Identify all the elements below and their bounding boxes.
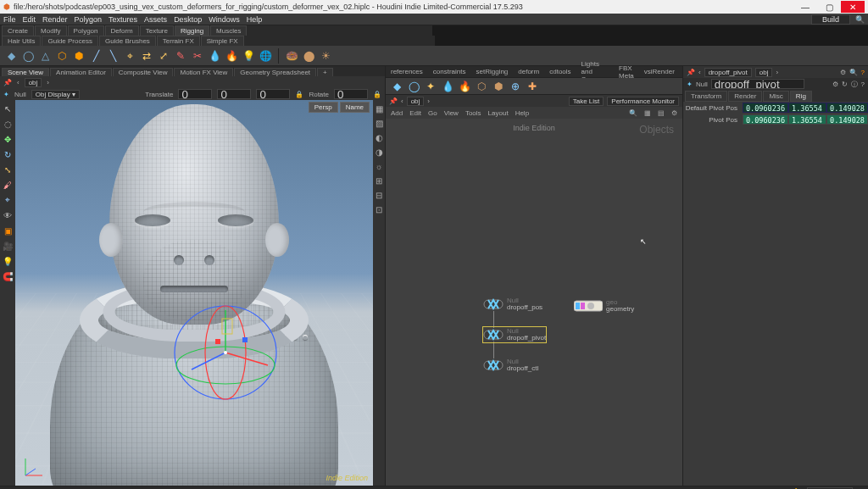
- shelf-tab[interactable]: Simple FX: [201, 36, 244, 46]
- display-mode-dropdown[interactable]: Obj Display ▾: [31, 90, 80, 99]
- display-option-icon[interactable]: ☼: [372, 159, 386, 173]
- shelf-tab[interactable]: Texture: [140, 25, 174, 36]
- shelf-tab[interactable]: Create: [2, 25, 34, 36]
- scale-tool-icon[interactable]: ⤡: [1, 163, 14, 176]
- pane-tab[interactable]: Motion FX View: [174, 68, 233, 76]
- shelf-tool-icon[interactable]: ⊕: [508, 79, 523, 94]
- rotate-x-input[interactable]: [334, 89, 368, 99]
- shelf-tab[interactable]: Guide Process: [42, 36, 97, 46]
- shelf-tool-icon[interactable]: ◯: [20, 48, 36, 64]
- parm-value-input[interactable]: 1.36554: [788, 114, 826, 125]
- search-icon[interactable]: 🔍: [849, 69, 858, 76]
- menu-file[interactable]: File: [3, 15, 16, 24]
- shelf-tab[interactable]: Guide Brushes: [99, 36, 156, 46]
- shelf-tool-icon[interactable]: ⇄: [139, 48, 154, 64]
- shelf-tool-icon[interactable]: ⌖: [122, 48, 137, 64]
- network-menu[interactable]: Layout: [488, 109, 509, 117]
- reload-icon[interactable]: ↻: [842, 81, 848, 88]
- network-menu[interactable]: Edit: [409, 109, 421, 117]
- shelf-tool-icon[interactable]: ✚: [525, 79, 540, 94]
- shelf-tab[interactable]: references: [386, 68, 428, 75]
- network-menu[interactable]: Tools: [465, 109, 481, 117]
- arrow-left-icon[interactable]: ‹: [401, 97, 403, 105]
- node-null[interactable]: Nulldropoff_pos: [483, 297, 542, 312]
- pane-tab[interactable]: Animation Editor: [50, 68, 112, 76]
- pin-icon[interactable]: 📌: [3, 79, 12, 86]
- shelf-tool-icon[interactable]: 💧: [440, 79, 455, 94]
- shelf-tool-icon[interactable]: ⬢: [71, 48, 86, 64]
- parm-tab-transform[interactable]: Transform: [685, 91, 727, 102]
- pane-tab[interactable]: Composite View: [113, 68, 174, 76]
- window-minimize-button[interactable]: —: [793, 1, 817, 13]
- shelf-tool-icon[interactable]: △: [37, 48, 53, 64]
- brush-tool-icon[interactable]: 🖌: [1, 178, 14, 192]
- network-menu[interactable]: Go: [428, 109, 437, 117]
- viewport-persp-button[interactable]: Persp: [309, 102, 338, 113]
- shelf-tab[interactable]: FBX Meta: [614, 64, 639, 80]
- shelf-tool-icon[interactable]: ⤢: [156, 48, 171, 64]
- menu-render[interactable]: Render: [42, 15, 68, 24]
- render-region-icon[interactable]: ▣: [1, 224, 14, 237]
- shelf-tab[interactable]: Hair Utils: [2, 36, 41, 46]
- network-canvas[interactable]: Indie Edition Objects ↖ Nulldropoff_pos …: [386, 119, 682, 486]
- menu-polygon[interactable]: Polygon: [75, 15, 103, 24]
- shelf-tool-icon[interactable]: ✎: [173, 48, 188, 64]
- shelf-tab[interactable]: Rigging: [175, 25, 209, 36]
- shelf-tool-icon[interactable]: 🌐: [258, 48, 273, 64]
- take-list-dropdown[interactable]: Take List: [569, 97, 604, 106]
- display-option-icon[interactable]: ◑: [372, 145, 386, 158]
- shelf-tab[interactable]: vsiRender: [639, 68, 680, 75]
- pin-icon[interactable]: 📌: [389, 97, 398, 105]
- node-null[interactable]: Nulldropoff_ctl: [483, 358, 538, 373]
- shelf-tool-icon[interactable]: ╱: [88, 48, 103, 64]
- parm-value-input[interactable]: 0.149028: [826, 114, 868, 125]
- arrow-left-icon[interactable]: ‹: [17, 79, 19, 86]
- shelf-tab[interactable]: deform: [513, 68, 544, 75]
- light-tool-icon[interactable]: 💡: [1, 254, 14, 268]
- node-geo[interactable]: geogeometry: [574, 298, 634, 314]
- translate-y-input[interactable]: [217, 89, 251, 99]
- shelf-tool-icon[interactable]: ╲: [105, 48, 120, 64]
- pane-tab[interactable]: Geometry Spreadsheet: [234, 68, 316, 76]
- parm-value-input[interactable]: 1.36554: [788, 103, 826, 113]
- parm-value-input[interactable]: 0.0960236: [743, 103, 788, 113]
- shelf-tool-icon[interactable]: ✂: [190, 48, 205, 64]
- translate-x-input[interactable]: [178, 89, 212, 99]
- snap-tool-icon[interactable]: ⌖: [1, 193, 14, 207]
- shelf-tab[interactable]: Muscles: [210, 25, 247, 36]
- shelf-tab[interactable]: Modify: [35, 25, 67, 36]
- lasso-tool-icon[interactable]: ◌: [1, 117, 14, 131]
- menu-windows[interactable]: Windows: [209, 15, 240, 24]
- op-name-input[interactable]: [711, 79, 804, 89]
- shelf-tool-icon[interactable]: 🍩: [284, 48, 299, 64]
- network-path-field[interactable]: obj: [407, 97, 425, 106]
- lock-icon[interactable]: 🔒: [373, 91, 381, 98]
- pin-icon[interactable]: 📌: [687, 69, 695, 76]
- shelf-tab[interactable]: Polygon: [68, 25, 104, 36]
- network-layout-icon[interactable]: ▤: [658, 109, 665, 117]
- arrow-right-icon[interactable]: ›: [776, 69, 778, 76]
- pane-tab-scene-view[interactable]: Scene View: [2, 68, 49, 76]
- parm-path-crumb[interactable]: dropoff_pivot: [704, 68, 752, 77]
- perf-monitor-dropdown[interactable]: Performance Monitor: [607, 97, 679, 106]
- filter-icon[interactable]: ⚙: [840, 69, 846, 76]
- display-option-icon[interactable]: ⊟: [372, 188, 386, 202]
- shelf-tool-icon[interactable]: ⬡: [54, 48, 70, 64]
- network-menu[interactable]: View: [444, 109, 459, 117]
- menu-help[interactable]: Help: [247, 15, 263, 24]
- shelf-tool-icon[interactable]: ✦: [423, 79, 438, 94]
- rotate-tool-icon[interactable]: ↻: [1, 147, 14, 161]
- viewport-path-field[interactable]: obj: [25, 78, 42, 87]
- desktop-selector[interactable]: Build: [811, 14, 850, 25]
- display-option-icon[interactable]: ▦: [372, 102, 386, 115]
- viewport-name-button[interactable]: Name: [340, 102, 370, 113]
- display-option-icon[interactable]: ▨: [372, 116, 386, 130]
- parm-value-input[interactable]: 0.0960236: [743, 114, 788, 125]
- shelf-tool-icon[interactable]: 🔥: [224, 48, 239, 64]
- shelf-tool-icon[interactable]: ☀: [318, 48, 333, 64]
- help-icon[interactable]: ?: [861, 81, 865, 88]
- menu-assets[interactable]: Assets: [144, 15, 167, 24]
- camera-tool-icon[interactable]: 🎥: [1, 239, 14, 253]
- shelf-tab[interactable]: Deform: [105, 25, 139, 36]
- menu-desktop[interactable]: Desktop: [174, 15, 202, 24]
